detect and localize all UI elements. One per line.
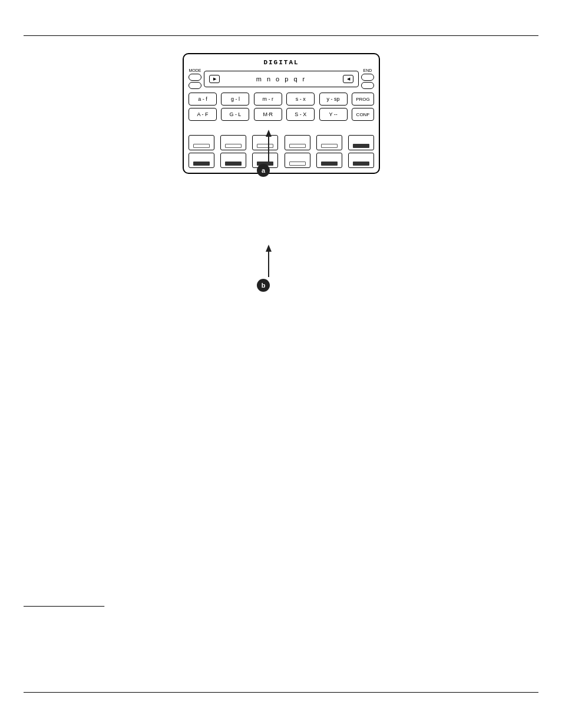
nav-left-btn[interactable]: ▶ [209,75,220,83]
fkey-2-2[interactable] [220,153,246,168]
annotation-b-arrow [263,245,275,280]
fkey-2-5[interactable] [316,153,342,168]
annotation-b: b [257,279,270,292]
annotation-a-arrow [263,130,275,165]
fkey-row-2 [189,153,374,168]
fkey-1-1[interactable] [189,135,214,150]
key-conf[interactable]: CONF [352,108,374,121]
annotation-a: a [257,164,270,177]
bottom-text-content [24,598,104,607]
svg-marker-1 [266,130,272,137]
fkey-1-4[interactable] [285,135,310,150]
end-button[interactable] [361,74,374,81]
fkey-indicator-1-5 [321,144,338,148]
fkey-indicator-1-4 [289,144,306,148]
fkey-1-6[interactable] [348,135,374,150]
fkey-1-2[interactable] [220,135,246,150]
section-spacer-2 [189,129,374,135]
bottom-underline-text [24,598,104,607]
key-gl[interactable]: g - l [221,93,249,106]
key-AF[interactable]: A - F [189,108,217,121]
fkey-2-1[interactable] [189,153,214,168]
display-title: DIGITAL [189,59,374,66]
key-prog[interactable]: PROG [352,93,374,106]
mode-button[interactable] [189,74,201,81]
mode-label: MODE [189,68,201,73]
key-sx[interactable]: s - x [286,93,315,106]
end-label: END [363,68,372,73]
end-button-2[interactable] [361,82,374,89]
annotation-a-label: a [262,167,265,174]
svg-marker-3 [266,245,272,252]
nav-right-btn[interactable]: ◀ [343,75,353,83]
mode-button-2[interactable] [189,82,201,89]
fkey-2-4[interactable] [285,153,310,168]
display-screen: m n o p q r [222,75,340,83]
key-SX[interactable]: S - X [286,108,315,121]
bottom-rule [24,692,538,693]
fkey-indicator-2-6 [353,162,369,166]
top-rule [24,35,538,36]
fkey-indicator-1-6 [353,144,369,148]
fkey-indicator-2-2 [225,162,242,166]
fkey-1-5[interactable] [316,135,342,150]
fkey-indicator-1-1 [193,144,210,148]
annotation-b-label: b [262,282,266,289]
key-af[interactable]: a - f [189,93,217,106]
key-mr-lower[interactable]: m - r [254,93,282,106]
fkey-indicator-2-4 [289,162,306,166]
key-Y[interactable]: Y -- [319,108,348,121]
fkey-row-1 [189,135,374,150]
section-spacer-1 [189,123,374,129]
keyboard-panel: DIGITAL MODE ▶ m n o p q r ◀ [183,53,380,174]
fkey-indicator-2-1 [193,162,210,166]
fkey-indicator-1-2 [225,144,242,148]
fkey-2-6[interactable] [348,153,374,168]
uppercase-key-row: A - F G - L M·R S - X Y -- CONF [189,108,374,121]
key-MR[interactable]: M·R [254,108,282,121]
lowercase-key-row: a - f g - l m - r s - x y - sp PROG [189,93,374,106]
key-GL[interactable]: G - L [221,108,249,121]
fkey-indicator-2-5 [321,162,338,166]
nav-right-icon: ◀ [347,77,350,81]
display-section: DIGITAL MODE ▶ m n o p q r ◀ [189,59,374,89]
nav-left-icon: ▶ [213,77,216,81]
key-ysp[interactable]: y - sp [319,93,348,106]
